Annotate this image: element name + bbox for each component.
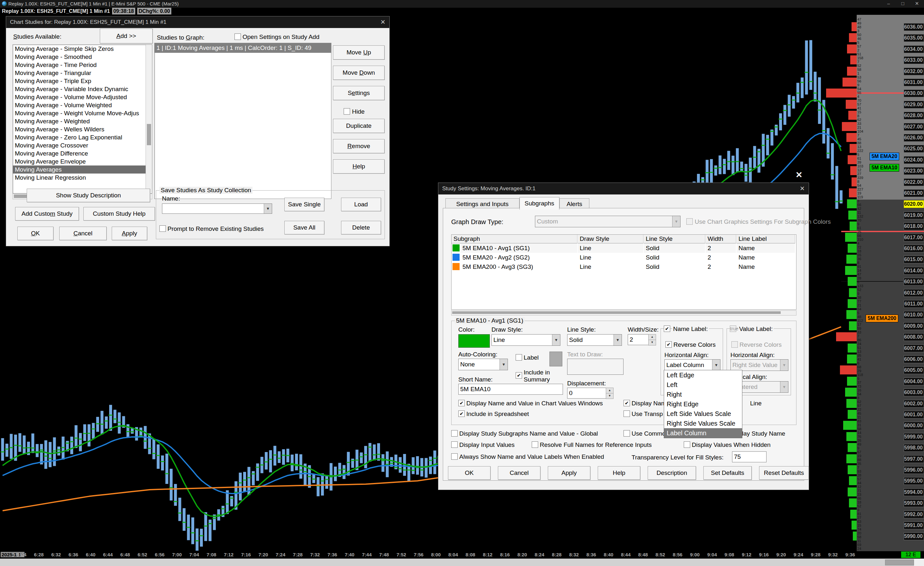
cb-use-transp-fragment[interactable] bbox=[624, 410, 630, 417]
study-list-item[interactable]: Moving Average - Volume Weighted bbox=[13, 101, 146, 109]
horizontal-align-dropdown-list[interactable]: Left EdgeLeftRightRight EdgeLeft Side Va… bbox=[664, 370, 742, 438]
price-scale-label[interactable]: 5998.00 bbox=[904, 444, 924, 452]
price-scale-label[interactable]: 6013.00 bbox=[904, 278, 924, 286]
side-button-help[interactable]: Help bbox=[333, 159, 384, 174]
price-scale-label[interactable]: 5994.00 bbox=[904, 488, 924, 496]
table-cell[interactable]: Line bbox=[578, 243, 643, 253]
displacement-input[interactable]: 0 bbox=[567, 388, 608, 398]
price-scale-label[interactable]: 6006.00 bbox=[904, 355, 924, 363]
studies-list-vscrollbar[interactable] bbox=[146, 45, 152, 193]
cb-global-5[interactable] bbox=[684, 442, 690, 448]
price-scale-label[interactable]: 6014.00 bbox=[904, 267, 924, 275]
settings-apply-button[interactable]: Apply bbox=[548, 466, 590, 480]
price-scale-label[interactable]: 6030.00 bbox=[904, 90, 924, 97]
show-study-description-button[interactable]: Show Study Description bbox=[27, 189, 150, 202]
study-list-item[interactable]: Moving Average Envelope bbox=[13, 157, 146, 165]
text-to-draw-input[interactable] bbox=[567, 359, 624, 375]
price-scale-label[interactable]: 6020.00 bbox=[904, 200, 924, 208]
cb-include-in-spreadsheet[interactable]: ✔ bbox=[458, 410, 465, 417]
price-scale-label[interactable]: 6000.00 bbox=[904, 422, 924, 430]
settings-ok-button[interactable]: OK bbox=[448, 466, 490, 480]
dropdown-option-right[interactable]: Right bbox=[664, 389, 742, 399]
price-scale-label[interactable]: 6001.00 bbox=[904, 411, 924, 419]
horizontal-scrollbar[interactable] bbox=[0, 559, 924, 566]
price-scale-label[interactable]: 6005.00 bbox=[904, 366, 924, 374]
price-scale-label[interactable]: 6018.00 bbox=[904, 223, 924, 230]
hide-study-checkbox[interactable] bbox=[344, 108, 350, 115]
time-axis[interactable]: 2025-1-17 6:246:286:326:366:406:446:486:… bbox=[0, 551, 924, 559]
price-scale-label[interactable]: 6011.00 bbox=[904, 300, 924, 308]
study-list-item[interactable]: Moving Average - Welles Wilders bbox=[13, 125, 146, 133]
table-cell[interactable]: Solid bbox=[644, 243, 705, 253]
side-button-remove[interactable]: Remove bbox=[333, 139, 384, 153]
study-list-item[interactable]: Moving Average - Simple Skip Zeros bbox=[13, 45, 146, 53]
price-scale-label[interactable]: 6021.00 bbox=[904, 189, 924, 197]
price-scale-label[interactable]: 6016.00 bbox=[904, 245, 924, 252]
load-button[interactable]: Load bbox=[341, 198, 381, 211]
price-scale-label[interactable]: 6034.00 bbox=[904, 45, 924, 53]
price-scale-label[interactable]: 6012.00 bbox=[904, 289, 924, 297]
value-reverse-colors-checkbox[interactable] bbox=[731, 341, 738, 348]
table-cell[interactable]: Name bbox=[736, 243, 795, 253]
study-list-item[interactable]: Moving Average - Variable Index Dynamic bbox=[13, 85, 146, 93]
price-scale-label[interactable]: 6032.00 bbox=[904, 67, 924, 75]
price-scale-label[interactable]: 6008.00 bbox=[904, 333, 924, 341]
study-list-item[interactable]: Moving Average - Time Period bbox=[13, 61, 146, 69]
tab-subgraphs[interactable]: Subgraphs bbox=[519, 197, 560, 210]
table-cell[interactable]: Name bbox=[736, 253, 795, 262]
studies-available-list[interactable]: Moving Average - Simple Skip ZerosMoving… bbox=[12, 45, 152, 193]
dropdown-option-label-column[interactable]: Label Column bbox=[664, 428, 742, 438]
custom-study-help-button[interactable]: Custom Study Help bbox=[83, 207, 155, 220]
study-list-item[interactable]: Moving Average - Weight Volume Move-Adju… bbox=[13, 109, 146, 117]
table-cell[interactable]: Name bbox=[736, 262, 795, 271]
studies-list-vscrollbar-thumb[interactable] bbox=[147, 124, 151, 145]
delete-button[interactable]: Delete bbox=[341, 221, 381, 234]
cb-global-1[interactable] bbox=[624, 430, 630, 437]
add-study-button[interactable]: Add >> bbox=[100, 28, 153, 43]
table-cell[interactable]: 5M EMA20 - Avg2 (SG2) bbox=[460, 253, 577, 262]
collection-name-combo[interactable]: ▼ bbox=[162, 204, 272, 214]
study-list-item[interactable]: Moving Averages bbox=[13, 165, 146, 174]
price-scale-label[interactable]: 5996.00 bbox=[904, 466, 924, 474]
transparency-input[interactable]: 75 bbox=[732, 451, 766, 462]
price-scale-label[interactable]: 6026.00 bbox=[904, 134, 924, 142]
price-scale-label[interactable]: 5992.00 bbox=[904, 511, 924, 518]
maximize-button[interactable]: □ bbox=[896, 0, 910, 7]
horizontal-scrollbar-thumb[interactable] bbox=[885, 560, 914, 565]
table-cell[interactable]: 2 bbox=[706, 253, 736, 262]
table-cell[interactable]: Solid bbox=[644, 262, 705, 271]
price-scale-label[interactable]: 6028.00 bbox=[904, 112, 924, 120]
price-scale-label[interactable]: 5997.00 bbox=[904, 455, 924, 463]
price-scale-label[interactable]: 5995.00 bbox=[904, 477, 924, 485]
settings-set-defaults-button[interactable]: Set Defaults bbox=[704, 466, 752, 480]
price-scale-label[interactable]: 5990.00 bbox=[904, 533, 924, 540]
ok-button[interactable]: OK bbox=[17, 227, 54, 240]
price-scale-label[interactable]: 6017.00 bbox=[904, 234, 924, 241]
study-list-item[interactable]: Moving Average Difference bbox=[13, 150, 146, 157]
label-color-swatch[interactable] bbox=[549, 352, 562, 366]
cb-display-name-value-windows[interactable]: ✔ bbox=[458, 400, 465, 406]
include-summary-checkbox[interactable]: ✔ bbox=[516, 372, 522, 379]
side-button-duplicate[interactable]: Duplicate bbox=[333, 119, 384, 133]
prompt-remove-checkbox[interactable] bbox=[159, 225, 166, 232]
cb-global-6[interactable] bbox=[451, 453, 458, 460]
subgraph-table-hscrollbar[interactable] bbox=[451, 310, 796, 316]
price-scale-label[interactable]: 6029.00 bbox=[904, 101, 924, 108]
study-list-item[interactable]: Moving Average - Volume Move-Adjusted bbox=[13, 93, 146, 101]
auto-coloring-combo[interactable]: None▼ bbox=[458, 359, 508, 370]
color-swatch-button[interactable] bbox=[458, 334, 490, 348]
price-scale-label[interactable]: 6009.00 bbox=[904, 322, 924, 330]
price-scale-label[interactable]: 6035.00 bbox=[904, 34, 924, 42]
price-scale-label[interactable]: 6010.00 bbox=[904, 311, 924, 319]
price-scale-label[interactable]: 6031.00 bbox=[904, 79, 924, 86]
study-list-item[interactable]: Moving Average - Weighted bbox=[13, 117, 146, 125]
price-scale-label[interactable]: 6027.00 bbox=[904, 123, 924, 131]
displacement-up-arrow[interactable]: ▲ bbox=[606, 388, 614, 394]
displacement-down-arrow[interactable]: ▼ bbox=[606, 393, 614, 399]
price-scale-label[interactable]: 6015.00 bbox=[904, 256, 924, 264]
price-scale-label[interactable]: 5993.00 bbox=[904, 499, 924, 507]
price-scale-label[interactable]: 6002.00 bbox=[904, 400, 924, 407]
cb-global-4[interactable] bbox=[532, 442, 538, 448]
study-settings-close-icon[interactable]: ✕ bbox=[800, 185, 805, 193]
label-checkbox[interactable] bbox=[516, 354, 522, 361]
